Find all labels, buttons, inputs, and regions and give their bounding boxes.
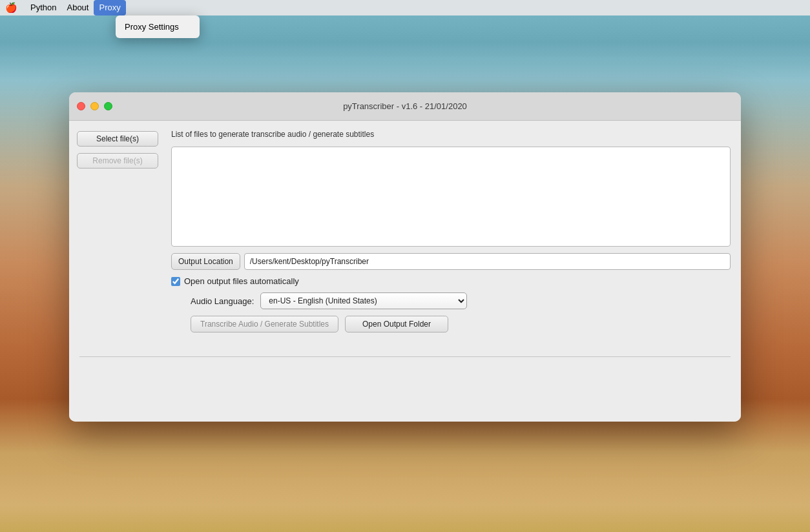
auto-open-label: Open output files automatically bbox=[184, 276, 299, 286]
status-area bbox=[69, 357, 741, 422]
language-row: Audio Language: en-US - English (United … bbox=[171, 292, 731, 309]
remove-files-button[interactable]: Remove file(s) bbox=[77, 153, 158, 169]
app-window: pyTranscriber - v1.6 - 21/01/2020 Select… bbox=[69, 92, 741, 422]
main-section: Select file(s) Remove file(s) List of fi… bbox=[69, 121, 741, 356]
window-title-bar: pyTranscriber - v1.6 - 21/01/2020 bbox=[69, 92, 741, 121]
auto-open-checkbox[interactable] bbox=[171, 277, 180, 286]
files-list-area[interactable] bbox=[171, 147, 731, 247]
files-list-label: List of files to generate transcribe aud… bbox=[171, 130, 731, 139]
select-files-button[interactable]: Select file(s) bbox=[77, 131, 158, 147]
transcribe-button[interactable]: Transcribe Audio / Generate Subtitles bbox=[191, 316, 338, 332]
menu-proxy[interactable]: Proxy bbox=[94, 0, 125, 15]
auto-open-checkbox-row: Open output files automatically bbox=[171, 276, 731, 286]
window-close-button[interactable] bbox=[77, 102, 85, 110]
language-select[interactable]: en-US - English (United States)en-GB - E… bbox=[260, 292, 467, 309]
window-title: pyTranscriber - v1.6 - 21/01/2020 bbox=[343, 101, 467, 111]
menu-about[interactable]: About bbox=[61, 0, 94, 15]
apple-menu-icon[interactable]: 🍎 bbox=[5, 2, 17, 14]
open-output-folder-button[interactable]: Open Output Folder bbox=[345, 316, 448, 332]
window-maximize-button[interactable] bbox=[104, 102, 112, 110]
window-content: Select file(s) Remove file(s) List of fi… bbox=[69, 121, 741, 422]
output-location-button[interactable]: Output Location bbox=[171, 253, 240, 270]
proxy-dropdown-menu: Proxy Settings bbox=[116, 15, 200, 38]
right-panel: List of files to generate transcribe aud… bbox=[166, 121, 741, 356]
action-buttons-row: Transcribe Audio / Generate Subtitles Op… bbox=[171, 316, 731, 332]
output-location-row: Output Location bbox=[171, 253, 731, 270]
menu-bar: 🍎 Python About Proxy bbox=[0, 0, 810, 15]
menu-python[interactable]: Python bbox=[25, 0, 61, 15]
window-minimize-button[interactable] bbox=[90, 102, 99, 110]
output-path-input[interactable] bbox=[244, 253, 731, 270]
left-panel: Select file(s) Remove file(s) bbox=[69, 121, 166, 356]
proxy-settings-menu-item[interactable]: Proxy Settings bbox=[116, 18, 200, 36]
language-label: Audio Language: bbox=[191, 296, 254, 306]
window-controls bbox=[77, 102, 112, 110]
